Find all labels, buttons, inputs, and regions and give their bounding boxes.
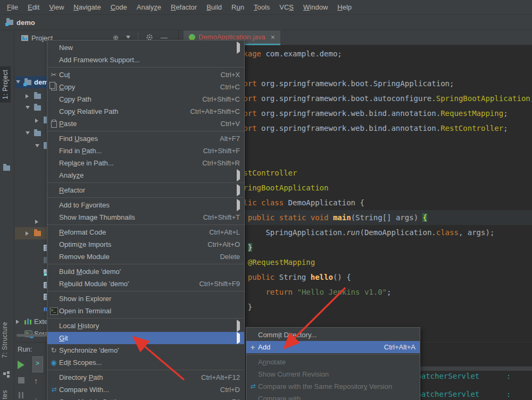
expand-arrow-icon[interactable] bbox=[26, 94, 29, 98]
menubar-item-view[interactable]: View bbox=[44, 3, 69, 11]
menubar-item-vcs[interactable]: VCS bbox=[275, 3, 298, 11]
menubar-item-edit[interactable]: Edit bbox=[23, 3, 44, 11]
code-line: import org.springframework.web.bind.anno… bbox=[230, 106, 508, 121]
context-menu-item-compare-with[interactable]: ⇄Compare With...Ctrl+D bbox=[47, 384, 244, 396]
context-menu-item-synchronize-demo[interactable]: ↻Synchronize 'demo' bbox=[47, 344, 244, 356]
shortcut-label: Ctrl+Shift+F bbox=[190, 147, 240, 155]
shortcut-label: F4 bbox=[219, 398, 240, 400]
git-submenu-item-show-current-revision: Show Current Revision bbox=[246, 368, 420, 380]
collapse-arrow-icon[interactable] bbox=[35, 144, 39, 147]
up-stack-icon[interactable]: ↑ bbox=[34, 376, 38, 385]
tree-scrollbar[interactable] bbox=[16, 334, 46, 337]
menu-separator bbox=[47, 370, 244, 370]
menu-separator bbox=[47, 318, 244, 319]
context-menu: NewAdd Framework Support...✂CutCtrl+XCop… bbox=[47, 40, 245, 400]
context-menu-item-find-in-path[interactable]: Find in Path...Ctrl+Shift+F bbox=[47, 145, 244, 157]
expand-arrow-icon[interactable] bbox=[35, 119, 38, 123]
run-toolwindow-button[interactable] bbox=[32, 356, 43, 372]
menu-bar: FileEditViewNavigateCodeAnalyzeRefactorB… bbox=[0, 0, 532, 15]
git-submenu: Commit Directory...+AddCtrl+Alt+AAnnotat… bbox=[246, 327, 420, 400]
tool-button-favorites[interactable]: 2: Favorites bbox=[1, 390, 16, 400]
git-submenu-item-add[interactable]: +AddCtrl+Alt+A bbox=[246, 341, 420, 353]
console-divider bbox=[415, 366, 532, 371]
collapse-arrow-icon[interactable] bbox=[26, 106, 30, 109]
context-menu-item-cut[interactable]: ✂CutCtrl+X bbox=[47, 69, 244, 81]
menubar-item-file[interactable]: File bbox=[2, 3, 23, 11]
shortcut-label: Ctrl+Alt+Shift+C bbox=[177, 107, 240, 115]
menubar-item-analyze[interactable]: Analyze bbox=[132, 3, 166, 11]
menubar-item-tools[interactable]: Tools bbox=[249, 3, 275, 11]
tool-button-structure[interactable]: 7: Structure bbox=[1, 322, 9, 358]
context-menu-item-open-module-settings[interactable]: Open Module SettingsF4 bbox=[47, 396, 244, 400]
context-menu-item-reformat-code[interactable]: Reformat CodeCtrl+Alt+L bbox=[47, 226, 244, 238]
shortcut-label: Ctrl+Alt+F12 bbox=[188, 373, 240, 381]
menubar-item-navigate[interactable]: Navigate bbox=[69, 3, 105, 11]
context-menu-item-open-in-terminal[interactable]: Open in Terminal bbox=[47, 305, 244, 317]
run-play-button[interactable] bbox=[18, 361, 24, 369]
code-line: import org.springframework.boot.autoconf… bbox=[230, 91, 532, 106]
code-line: return "Hello Jenkins v1.0"; bbox=[230, 285, 391, 299]
context-menu-item-refactor[interactable]: Refactor bbox=[47, 184, 244, 196]
paste-icon bbox=[51, 121, 57, 128]
context-menu-item-show-in-explorer[interactable]: Show in Explorer bbox=[47, 293, 244, 305]
menubar-item-run[interactable]: Run bbox=[227, 3, 249, 11]
context-menu-item-replace-in-path[interactable]: Replace in Path...Ctrl+Shift+R bbox=[47, 157, 244, 169]
shortcut-label: Delete bbox=[207, 253, 240, 261]
project-tool-icon[interactable] bbox=[3, 164, 11, 171]
scope-icon: ◉ bbox=[51, 359, 56, 366]
git-submenu-item-compare-with-the-same-repository-version: ⇄Compare with the Same Repository Versio… bbox=[246, 380, 420, 393]
stop-button[interactable] bbox=[18, 377, 24, 384]
project-view-dropdown-icon[interactable] bbox=[23, 36, 28, 39]
menubar-item-build[interactable]: Build bbox=[202, 3, 227, 11]
context-menu-item-rebuild-module-demo[interactable]: Rebuild Module 'demo'Ctrl+Shift+F9 bbox=[47, 278, 244, 290]
pause-button[interactable] bbox=[18, 392, 24, 398]
menubar-item-refactor[interactable]: Refactor bbox=[166, 3, 202, 11]
context-menu-item-find-usages[interactable]: Find UsagesAlt+F7 bbox=[47, 132, 244, 145]
menubar-item-help[interactable]: Help bbox=[332, 3, 356, 11]
tool-button-project[interactable]: 1: Project bbox=[0, 66, 11, 103]
context-menu-item-copy-relative-path[interactable]: Copy Relative PathCtrl+Alt+Shift+C bbox=[47, 105, 244, 118]
expand-arrow-icon[interactable] bbox=[16, 320, 19, 324]
menu-separator bbox=[47, 291, 244, 291]
context-menu-item-add-to-favorites[interactable]: Add to Favorites bbox=[47, 199, 244, 211]
context-menu-item-directory-path[interactable]: Directory PathCtrl+Alt+F12 bbox=[47, 371, 244, 384]
context-menu-item-optimize-imports[interactable]: Optimize ImportsCtrl+Alt+O bbox=[47, 238, 244, 251]
ide-window: FileEditViewNavigateCodeAnalyzeRefactorB… bbox=[0, 0, 532, 400]
context-menu-item-copy[interactable]: CopyCtrl+C bbox=[47, 81, 244, 93]
expand-arrow-icon[interactable] bbox=[26, 231, 29, 236]
submenu-arrow-icon bbox=[237, 320, 240, 332]
collapse-arrow-icon[interactable] bbox=[26, 131, 30, 135]
collapse-all-icon[interactable] bbox=[126, 36, 130, 39]
context-menu-item-analyze[interactable]: Analyze bbox=[47, 169, 244, 181]
context-menu-item-edit-scopes[interactable]: ◉Edit Scopes... bbox=[47, 356, 244, 369]
git-submenu-item-commit-directory[interactable]: Commit Directory... bbox=[246, 329, 420, 341]
context-menu-item-show-image-thumbnails[interactable]: Show Image ThumbnailsCtrl+Shift+T bbox=[47, 211, 244, 223]
context-menu-item-build-module-demo[interactable]: Build Module 'demo' bbox=[47, 265, 244, 278]
menubar-item-code[interactable]: Code bbox=[106, 3, 132, 11]
structure-tool-icon[interactable] bbox=[3, 371, 11, 378]
left-tool-strip: 1: Project 7: Structure 2: Favorites bbox=[0, 30, 14, 400]
spring-boot-icon bbox=[189, 34, 195, 40]
context-menu-item-local-history[interactable]: Local History bbox=[47, 320, 244, 332]
collapse-arrow-icon[interactable] bbox=[16, 80, 20, 84]
context-menu-item-git[interactable]: Git bbox=[47, 332, 244, 344]
shortcut-label: Ctrl+C bbox=[207, 83, 240, 91]
context-menu-item-paste[interactable]: PasteCtrl+V bbox=[47, 118, 244, 130]
down-stack-icon[interactable]: ↓ bbox=[34, 395, 38, 400]
git-submenu-item-annotate: Annotate bbox=[246, 356, 420, 368]
shortcut-label: Ctrl+V bbox=[208, 120, 240, 128]
menubar-item-window[interactable]: Window bbox=[298, 3, 332, 11]
shortcut-label: Ctrl+Shift+F9 bbox=[186, 280, 240, 288]
context-menu-item-remove-module[interactable]: Remove ModuleDelete bbox=[47, 251, 244, 263]
code-line: public static void main(String[] args) { bbox=[230, 210, 427, 225]
plus-icon: + bbox=[251, 344, 255, 351]
context-menu-item-new[interactable]: New bbox=[47, 41, 244, 54]
tab-close-icon[interactable]: × bbox=[271, 33, 275, 41]
compare-icon: ⇄ bbox=[251, 383, 255, 390]
context-menu-item-add-framework-support[interactable]: Add Framework Support... bbox=[47, 54, 244, 66]
expand-arrow-icon[interactable] bbox=[35, 220, 38, 224]
context-menu-item-copy-path[interactable]: Copy PathCtrl+Shift+C bbox=[47, 93, 244, 105]
code-line: import org.springframework.web.bind.anno… bbox=[230, 121, 508, 136]
project-breadcrumb[interactable]: demo bbox=[6, 19, 35, 27]
menu-separator bbox=[246, 354, 420, 355]
